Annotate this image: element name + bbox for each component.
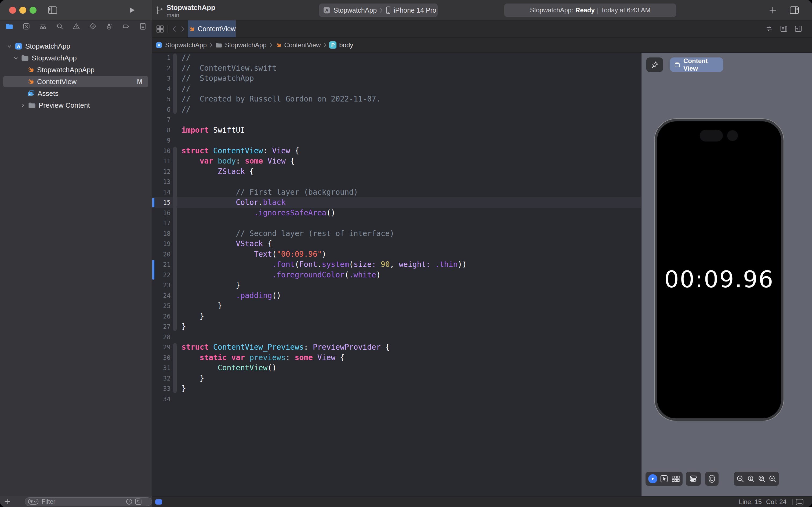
code-line[interactable]: import SwiftUI	[181, 125, 245, 135]
code-line[interactable]: }	[181, 384, 186, 394]
editor-layout-icon[interactable]	[795, 499, 804, 506]
line-number: 32	[152, 373, 171, 384]
code-line[interactable]: }	[181, 280, 240, 291]
code-line[interactable]: // First layer (background)	[181, 187, 358, 198]
issue-navigator-icon[interactable]	[72, 22, 80, 30]
code-line[interactable]: static var previews: some View {	[181, 353, 345, 363]
test-navigator-icon[interactable]	[89, 22, 97, 30]
selectable-mode-button[interactable]	[660, 474, 669, 483]
add-editor-icon[interactable]	[794, 25, 802, 33]
code-line[interactable]: }	[181, 311, 204, 322]
toggle-right-sidebar-icon[interactable]	[789, 6, 800, 14]
disclosure-open-icon[interactable]	[6, 43, 12, 49]
activity-status[interactable]: StopwatchApp: Ready | Today at 6:43 AM	[504, 3, 676, 17]
tree-item-preview-content[interactable]: Preview Content	[0, 99, 152, 111]
zoom-to-fit-button[interactable]	[757, 474, 766, 483]
swift-file-icon	[27, 66, 35, 73]
code-line[interactable]: // StopwatchApp	[181, 73, 254, 84]
variants-mode-button[interactable]	[671, 474, 680, 484]
code-line[interactable]: //	[181, 105, 191, 115]
zoom-window-button[interactable]	[30, 7, 37, 14]
zoom-in-button[interactable]	[768, 474, 777, 483]
code-line[interactable]: struct ContentView: View {	[181, 146, 299, 156]
code-line[interactable]: }	[181, 301, 222, 311]
source-control-status-filter-icon[interactable]	[134, 498, 142, 505]
status-time-label: Today at 6:43 AM	[601, 6, 650, 14]
chevron-right-icon	[269, 43, 273, 48]
tab-bar-divider	[168, 25, 168, 33]
code-line[interactable]: .ignoresSafeArea()	[181, 208, 335, 218]
go-back-icon[interactable]	[171, 25, 178, 33]
code-fold-ribbon[interactable]	[173, 147, 177, 331]
code-line[interactable]: // ContentView.swift	[181, 63, 277, 73]
tree-item-contentview[interactable]: ContentView M	[0, 76, 152, 88]
project-navigator-icon[interactable]	[5, 23, 13, 30]
device-settings-button[interactable]	[689, 474, 698, 484]
tree-item-assets[interactable]: Assets	[0, 88, 152, 99]
go-forward-icon[interactable]	[179, 25, 186, 33]
tree-item-group-stopwatchapp[interactable]: StopwatchApp	[0, 52, 152, 64]
tab-contentview[interactable]: ContentView	[188, 20, 236, 37]
minimize-window-button[interactable]	[19, 7, 26, 14]
breadcrumb-file[interactable]: ContentView	[284, 41, 321, 49]
code-line[interactable]: ZStack {	[181, 167, 254, 177]
code-line[interactable]: var body: some View {	[181, 156, 295, 167]
breadcrumb-symbol[interactable]: body	[339, 41, 353, 49]
code-fold-ribbon[interactable]	[173, 53, 177, 114]
recent-files-clock-icon[interactable]	[125, 498, 133, 505]
code-line[interactable]: Color.black	[181, 198, 286, 208]
code-line[interactable]: //	[181, 84, 191, 94]
source-editor[interactable]: 1//2// ContentView.swift3// StopwatchApp…	[152, 53, 641, 496]
code-review-icon[interactable]	[765, 25, 773, 33]
filter-icon[interactable]	[27, 498, 39, 505]
breadcrumb-project[interactable]: StopwatchApp	[165, 41, 207, 49]
related-items-icon[interactable]	[156, 25, 164, 33]
close-window-button[interactable]	[9, 7, 16, 14]
selected-preview-pill[interactable]: Content View	[670, 57, 723, 72]
tree-item-stopwatchappapp[interactable]: StopwatchAppApp	[0, 64, 152, 76]
line-number: 15	[152, 198, 171, 208]
code-line[interactable]: .padding()	[181, 291, 281, 301]
pin-preview-button[interactable]	[646, 57, 663, 72]
code-line[interactable]: }	[181, 373, 204, 384]
disclosure-open-icon[interactable]	[13, 55, 19, 61]
filter-input[interactable]	[41, 498, 125, 506]
line-number: 1	[152, 53, 171, 63]
library-plus-icon[interactable]	[768, 6, 777, 14]
find-navigator-icon[interactable]	[56, 22, 64, 30]
zoom-actual-size-button[interactable]: 1	[747, 474, 755, 483]
adjust-editor-options-icon[interactable]	[780, 25, 788, 33]
toggle-left-sidebar-icon[interactable]	[48, 6, 57, 14]
code-line[interactable]: // Created by Russell Gordon on 2022-11-…	[181, 94, 381, 105]
scheme-selector[interactable]: A StopwatchApp iPhone 14 Pro	[319, 3, 438, 17]
zoom-out-button[interactable]	[736, 474, 745, 483]
code-line[interactable]: .font(Font.system(size: 90, weight: .thi…	[181, 260, 467, 270]
disclosure-closed-icon[interactable]	[20, 102, 26, 108]
breadcrumb-group[interactable]: StopwatchApp	[225, 41, 267, 49]
breakpoint-navigator-icon[interactable]	[122, 22, 130, 30]
code-line[interactable]: }	[181, 322, 186, 332]
code-line[interactable]: //	[181, 53, 191, 63]
code-line[interactable]: VStack {	[181, 239, 272, 249]
preview-on-device-button[interactable]	[707, 474, 716, 484]
symbol-navigator-icon[interactable]	[39, 22, 47, 30]
debug-navigator-icon[interactable]	[106, 22, 113, 30]
code-line[interactable]: ContentView()	[181, 363, 277, 373]
live-preview-button[interactable]	[648, 474, 657, 484]
source-control-navigator-icon[interactable]	[22, 22, 30, 30]
code-line[interactable]: struct ContentView_Previews: PreviewProv…	[181, 342, 390, 353]
code-line[interactable]: Text("00:09.96")	[181, 249, 326, 260]
run-button[interactable]	[128, 6, 135, 14]
iphone-preview-device[interactable]: 00:09.96	[655, 119, 784, 421]
filter-field[interactable]	[25, 497, 152, 506]
code-fold-ribbon[interactable]	[173, 343, 177, 393]
code-line[interactable]: .foregroundColor(.white)	[181, 270, 381, 280]
tree-item-project-stopwatchapp[interactable]: A StopwatchApp	[0, 40, 152, 52]
add-file-button[interactable]	[4, 498, 11, 505]
report-navigator-icon[interactable]	[139, 22, 147, 30]
tree-item-label: Preview Content	[39, 101, 90, 110]
code-line[interactable]: // Second layer (rest of interface)	[181, 229, 394, 239]
swift-file-icon	[27, 78, 35, 86]
line-number: 34	[152, 394, 171, 404]
line-number: 14	[152, 187, 171, 198]
